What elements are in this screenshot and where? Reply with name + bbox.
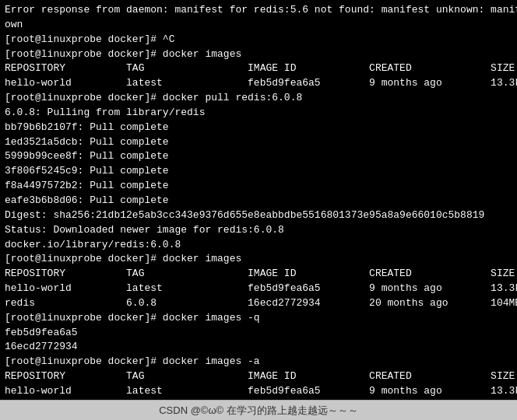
terminal-line: bb79b6b2107f: Pull complete <box>5 121 512 135</box>
terminal-line: hello-world latest feb5d9fea6a5 9 months… <box>5 384 512 399</box>
terminal-line: own <box>5 18 512 33</box>
terminal-line: 3f806f5245c9: Pull complete <box>5 164 512 179</box>
terminal-line: [root@linuxprobe docker]# docker images … <box>5 311 512 326</box>
terminal-line: hello-world latest feb5d9fea6a5 9 months… <box>5 282 512 296</box>
terminal-line: REPOSITORY TAG IMAGE ID CREATED SIZE <box>5 61 512 76</box>
terminal-line: Status: Downloaded newer image for redis… <box>5 223 512 238</box>
terminal-line: 1ed3521a5dcb: Pull complete <box>5 135 512 150</box>
terminal-line: eafe3b6b8d06: Pull complete <box>5 194 512 208</box>
terminal-line: 5999b99cee8f: Pull complete <box>5 149 512 164</box>
terminal-line: hello-world latest feb5d9fea6a5 9 months… <box>5 76 512 91</box>
terminal-line: feb5d9fea6a5 <box>5 326 512 341</box>
terminal-line: redis 6.0.8 16ecd2772934 20 months ago 1… <box>5 296 512 311</box>
terminal[interactable]: Error response from daemon: manifest for… <box>0 0 517 400</box>
status-text: CSDN @©ω© 在学习的路上越走越远～～～ <box>159 404 358 418</box>
terminal-line: [root@linuxprobe docker]# ^C <box>5 33 512 47</box>
terminal-line: Error response from daemon: manifest for… <box>5 3 512 18</box>
terminal-line: [root@linuxprobe docker]# docker pull re… <box>5 91 512 106</box>
status-bar: CSDN @©ω© 在学习的路上越走越远～～～ <box>0 400 517 420</box>
terminal-line: [root@linuxprobe docker]# docker images <box>5 252 512 267</box>
terminal-line: REPOSITORY TAG IMAGE ID CREATED SIZE <box>5 267 512 282</box>
terminal-line: 6.0.8: Pulling from library/redis <box>5 106 512 121</box>
terminal-line: [root@linuxprobe docker]# docker images <box>5 47 512 62</box>
terminal-line: REPOSITORY TAG IMAGE ID CREATED SIZE <box>5 369 512 384</box>
terminal-line: [root@linuxprobe docker]# docker images … <box>5 355 512 369</box>
terminal-line: 16ecd2772934 <box>5 340 512 355</box>
terminal-line: docker.io/library/redis:6.0.8 <box>5 238 512 253</box>
terminal-line: Digest: sha256:21db12e5ab3cc343e9376d655… <box>5 208 512 223</box>
terminal-line: f8a4497572b2: Pull complete <box>5 179 512 194</box>
